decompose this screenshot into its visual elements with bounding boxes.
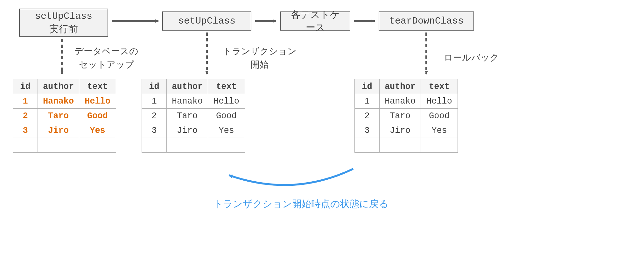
table-row-empty xyxy=(142,138,245,153)
table-row: 1 Hanako Hello xyxy=(13,94,116,109)
th-id: id xyxy=(13,79,38,94)
table-header-row: id author text xyxy=(13,79,116,94)
table-row: 2 Taro Good xyxy=(142,109,245,123)
table-row: 2 Taro Good xyxy=(13,109,116,123)
table-row: 1 Hanako Hello xyxy=(142,94,245,109)
db-table-teardown: id author text 1 Hanako Hello 2 Taro Goo… xyxy=(354,79,458,153)
table-row: 3 Jiro Yes xyxy=(355,123,458,138)
table-row: 2 Taro Good xyxy=(355,109,458,123)
stage-each-label: 各テストケース xyxy=(287,8,343,34)
table-row-empty xyxy=(355,138,458,153)
db-table-setup: id author text 1 Hanako Hello 2 Taro Goo… xyxy=(142,79,245,153)
db-table-before: id author text 1 Hanako Hello 2 Taro Goo… xyxy=(13,79,116,153)
th-author: author xyxy=(38,79,79,94)
label-setup-db: データベースの セットアップ xyxy=(74,45,138,71)
table-row: 1 Hanako Hello xyxy=(355,94,458,109)
table-header-row: id author text xyxy=(142,79,245,94)
stage-before-l2: 実行前 xyxy=(49,23,78,36)
label-txn-start: トランザクション 開始 xyxy=(223,45,297,71)
table-row: 3 Jiro Yes xyxy=(142,123,245,138)
stage-before-l1: setUpClass xyxy=(35,10,92,23)
arrow-revert xyxy=(229,169,353,185)
th-text: text xyxy=(79,79,116,94)
stage-setup-label: setUpClass xyxy=(178,15,235,28)
stage-box-teardown: tearDownClass xyxy=(379,11,474,31)
stage-box-before: setUpClass 実行前 xyxy=(19,9,108,37)
stage-teardown-label: tearDownClass xyxy=(389,15,464,28)
stage-box-each: 各テストケース xyxy=(280,11,350,31)
table-row-empty xyxy=(13,138,116,153)
label-revert: トランザクション開始時点の状態に戻る xyxy=(213,198,388,211)
table-row: 3 Jiro Yes xyxy=(13,123,116,138)
label-rollback: ロールバック xyxy=(444,51,499,64)
stage-box-setup: setUpClass xyxy=(162,11,251,31)
table-header-row: id author text xyxy=(355,79,458,94)
